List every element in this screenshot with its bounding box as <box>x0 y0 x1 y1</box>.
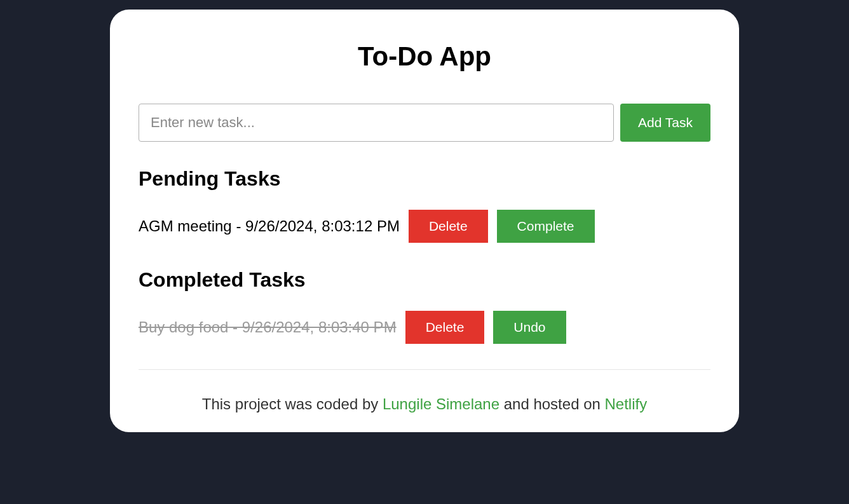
host-link[interactable]: Netlify <box>605 395 648 412</box>
footer: This project was coded by Lungile Simela… <box>139 395 710 413</box>
input-row: Add Task <box>139 104 710 142</box>
task-text: AGM meeting - 9/26/2024, 8:03:12 PM <box>139 217 400 235</box>
delete-button[interactable]: Delete <box>405 311 485 344</box>
task-text: Buy dog food - 9/26/2024, 8:03:40 PM <box>139 318 397 336</box>
footer-prefix: This project was coded by <box>202 395 383 412</box>
pending-task-row: AGM meeting - 9/26/2024, 8:03:12 PM Dele… <box>139 210 710 243</box>
app-title: To-Do App <box>139 41 710 72</box>
complete-button[interactable]: Complete <box>497 210 595 243</box>
new-task-input[interactable] <box>139 104 614 142</box>
undo-button[interactable]: Undo <box>493 311 566 344</box>
delete-button[interactable]: Delete <box>409 210 488 243</box>
divider <box>139 369 710 370</box>
app-card: To-Do App Add Task Pending Tasks AGM mee… <box>110 10 739 432</box>
add-task-button[interactable]: Add Task <box>620 104 710 142</box>
completed-task-row: Buy dog food - 9/26/2024, 8:03:40 PM Del… <box>139 311 710 344</box>
completed-heading: Completed Tasks <box>139 268 710 292</box>
footer-middle: and hosted on <box>499 395 604 412</box>
pending-heading: Pending Tasks <box>139 167 710 191</box>
author-link[interactable]: Lungile Simelane <box>383 395 499 412</box>
